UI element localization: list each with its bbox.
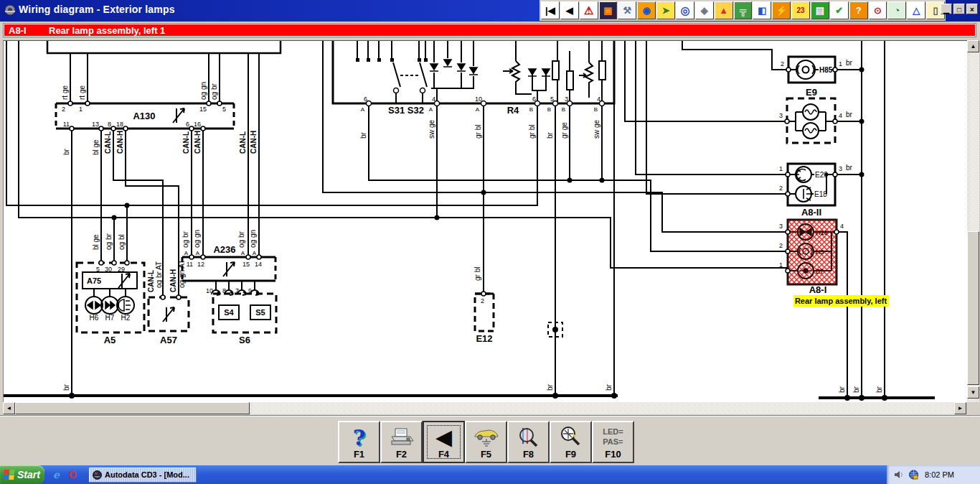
svg-text:1: 1 — [779, 261, 783, 269]
crash-data-icon[interactable]: ▲ — [715, 1, 733, 19]
svg-text:4: 4 — [597, 96, 600, 103]
component-a8i-highlighted[interactable]: H10 H3 E7 3 2 1 4 A8-I Rear lamp assembl… — [779, 220, 889, 307]
svg-text:CAN-H: CAN-H — [116, 131, 124, 154]
start-button[interactable]: Start — [0, 465, 44, 484]
component-a8ii[interactable]: E20 E18 1 2 3 br A8-II — [779, 164, 853, 218]
f9-search-button[interactable]: F9 — [550, 421, 592, 463]
vehicle-icon[interactable]: ⊙ — [869, 1, 887, 19]
wiring-diagram-canvas[interactable]: A130 2 1 15 5 11 13 8 18 6 16 rt ge rt g… — [3, 40, 967, 402]
top-toolbar: |◀ ◀ ⚠ ▣ ⚒ ◉ ➤ ◎ ◈ ▲ ╦ ◧ ⚡ 23 ▤ ✔ ? ⊙ ◔ … — [540, 0, 946, 21]
svg-text:E18: E18 — [814, 190, 827, 198]
towing-icon[interactable]: ◧ — [753, 1, 771, 19]
service-check-icon[interactable]: ✔ — [830, 1, 849, 19]
svg-text:br: br — [846, 164, 853, 172]
svg-text:H85: H85 — [819, 66, 833, 74]
svg-text:6: 6 — [186, 121, 189, 128]
f10-led-pas-button[interactable]: LED= PAS= F10 — [592, 421, 634, 463]
svg-text:5: 5 — [96, 266, 100, 273]
minimize-button[interactable]: ▁ — [941, 4, 952, 14]
svg-text:A: A — [184, 250, 189, 256]
opera-icon[interactable]: O — [67, 469, 79, 481]
electrics-icon[interactable]: ⚡ — [772, 1, 791, 19]
diode-symbols — [430, 60, 550, 76]
component-s6[interactable]: S4 S5 S6 — [213, 294, 276, 345]
svg-text:og br: og br — [210, 83, 218, 100]
svg-text:A5: A5 — [104, 335, 116, 345]
service-schedule-icon[interactable]: ▤ — [811, 1, 829, 19]
svg-text:og gn: og gn — [193, 230, 201, 248]
svg-text:12: 12 — [197, 261, 204, 268]
windows-flag-icon — [3, 470, 14, 480]
restore-button[interactable]: □ — [953, 4, 965, 14]
clock[interactable]: 8:02 PM — [925, 470, 954, 479]
lamp-glyphs — [88, 299, 131, 311]
dashboard-icon[interactable]: ▣ — [599, 1, 618, 19]
svg-text:A236: A236 — [213, 244, 235, 255]
suspension-icon[interactable]: ◈ — [695, 1, 714, 19]
component-a5[interactable]: A75 H6 H7 H2 A5 5 30 29 bl ge og br og — [77, 233, 144, 345]
volume-icon[interactable] — [894, 470, 904, 480]
svg-text:29: 29 — [118, 266, 125, 273]
component-e9[interactable]: E9 3 4 br — [779, 87, 853, 143]
engine-management-icon[interactable]: ◉ — [637, 1, 656, 19]
svg-text:CAN-H: CAN-H — [250, 131, 258, 154]
ground-bus — [4, 396, 935, 398]
component-a57[interactable]: A57 CAN-L og br AT CAN-H og gn AT — [147, 260, 189, 345]
f2-print-button[interactable]: F2 — [380, 421, 423, 463]
nav-back-icon[interactable]: ◀ — [560, 1, 579, 19]
svg-text:S5: S5 — [255, 308, 265, 317]
help-icon: ? — [353, 425, 366, 450]
callout-text: Rear lamp assembly, left — [795, 297, 887, 305]
svg-text:1: 1 — [79, 106, 83, 113]
svg-text:3: 3 — [779, 223, 783, 230]
svg-text:18: 18 — [116, 121, 123, 128]
svg-text:br: br — [62, 148, 70, 155]
hoist-help-icon[interactable]: ? — [849, 1, 868, 19]
component-a130[interactable]: A130 2 1 15 5 11 13 8 18 6 16 — [56, 101, 234, 131]
svg-text:15: 15 — [199, 106, 207, 113]
f1-help-button[interactable]: ? F1 — [338, 421, 380, 463]
svg-text:og br: og br — [182, 231, 189, 248]
vertical-scrollbar-thumb[interactable] — [967, 231, 979, 385]
svg-text:A: A — [241, 250, 245, 256]
f5-vehicle-button[interactable]: F5 — [465, 421, 507, 463]
component-top-box[interactable] — [47, 41, 281, 53]
hazard-icon[interactable]: △ — [907, 1, 925, 19]
svg-text:sw ge: sw ge — [593, 119, 600, 139]
f4-back-button[interactable]: ◀ F4 — [423, 421, 465, 463]
taskbar-task-autodata[interactable]: Autodata CD3 - [Mod... — [89, 467, 197, 483]
svg-text:B: B — [529, 106, 533, 113]
svg-text:gr bl: gr bl — [474, 125, 482, 139]
nav-first-icon[interactable]: |◀ — [541, 1, 560, 19]
svg-text:br: br — [546, 131, 554, 139]
scroll-left-button[interactable]: ◄ — [3, 402, 15, 414]
technical-data-icon[interactable]: 23 — [791, 1, 810, 19]
f8-locate-in-diagram-button[interactable]: F8 — [507, 421, 550, 463]
close-button[interactable]: × — [966, 4, 978, 14]
network-icon[interactable] — [908, 470, 919, 480]
scroll-up-button[interactable]: ▲ — [967, 40, 979, 52]
selected-component-banner: A8-I Rear lamp assembly, left 1 — [4, 24, 976, 37]
tools-icon[interactable]: ⚒ — [618, 1, 636, 19]
key-programming-icon[interactable]: ➤ — [656, 1, 675, 19]
component-s31-s32-r4[interactable]: S31 S32 R4 6 4 10 6 5 3 4 A A A B B B B — [333, 41, 614, 116]
scroll-down-button[interactable]: ▼ — [967, 386, 979, 399]
svg-text:og gn: og gn — [249, 230, 257, 248]
svg-text:og br: og br — [237, 231, 245, 248]
scroll-right-button[interactable]: ► — [954, 402, 966, 414]
svg-text:CAN-L: CAN-L — [182, 131, 190, 154]
svg-text:B: B — [547, 106, 551, 113]
gauge-icon[interactable]: ◔ — [887, 1, 906, 19]
svg-text:15: 15 — [242, 261, 250, 268]
internet-explorer-icon[interactable]: e — [50, 469, 62, 481]
svg-text:5: 5 — [222, 106, 226, 113]
horizontal-scrollbar-thumb[interactable] — [15, 402, 250, 414]
warning-icon[interactable]: ⚠ — [580, 1, 598, 19]
lifting-icon[interactable]: ╦ — [734, 1, 753, 19]
svg-text:6: 6 — [532, 96, 536, 103]
svg-text:bl ge: bl ge — [92, 139, 100, 155]
wheels-icon[interactable]: ◎ — [676, 1, 694, 19]
title-bar: Wiring diagram - Exterior lamps |◀ ◀ ⚠ ▣… — [0, 0, 980, 22]
svg-text:3: 3 — [839, 165, 842, 172]
svg-text:2: 2 — [779, 242, 783, 249]
